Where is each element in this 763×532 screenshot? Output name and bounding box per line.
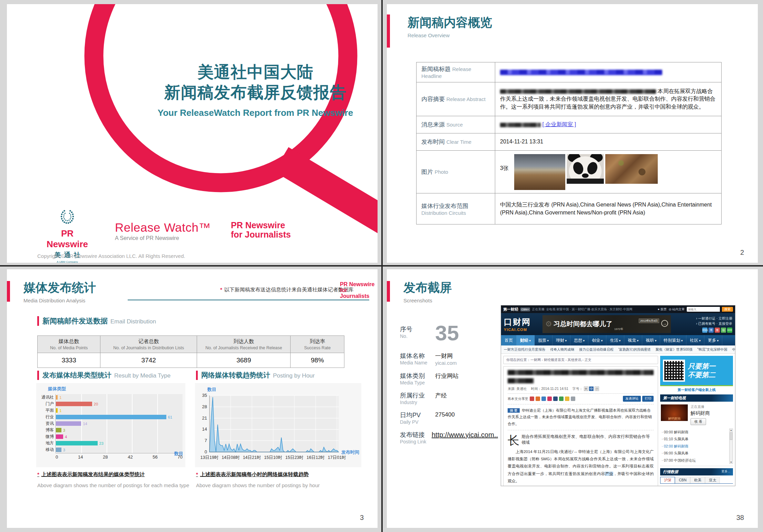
share-icon-renren[interactable] <box>530 397 534 401</box>
subnav-link[interactable]: '富跑跑'们的洗钱密道 <box>618 347 651 352</box>
share-icon-taojianghu[interactable] <box>547 397 552 401</box>
banner-ad[interactable]: ⚙ 习总时间都去哪儿了 1972年 2013年6月8日 → <box>542 315 671 333</box>
rss-icon[interactable]: RSS <box>702 328 707 333</box>
nav-stocks[interactable]: 股票 <box>535 335 552 345</box>
prnj-logo-line2: for Journalists <box>231 230 291 239</box>
scroll-up-arrow[interactable]: ▲ <box>730 429 733 431</box>
table-row: 内容摘要 Release Abstract 本周在拓展双方战略合作关系上达成一致… <box>417 82 722 116</box>
clear-time-value: 2014-11-21 13:31 <box>495 133 722 151</box>
watch-button[interactable]: 收 看 <box>691 418 706 425</box>
subnav-link[interactable]: 聚焦《财富》世界500强 <box>656 347 693 352</box>
subnav-link[interactable]: 接力公益活动劲爆启程 <box>579 347 614 352</box>
site-brand[interactable]: 第一财经 <box>503 307 518 312</box>
share-icon-weibo[interactable] <box>536 397 540 401</box>
prnewswire-logo-text: PR Newswire <box>40 228 95 250</box>
print-button[interactable]: 打印 <box>642 396 654 402</box>
more-link[interactable]: 更多... <box>721 469 730 474</box>
tv-schedule: · 00:00 解码财商 · 01:10 头脑风暴 · 02:00 解码财商 ·… <box>660 428 733 466</box>
nav-money[interactable]: 理财 <box>552 335 570 345</box>
tab-hushen[interactable]: 沪深 <box>660 477 675 483</box>
search-scope-stock[interactable]: ● 股票 <box>658 307 667 312</box>
nav-visual[interactable]: 视觉 <box>624 335 642 345</box>
weibo-icon[interactable]: 微 <box>715 328 720 333</box>
subnav-link[interactable]: 一财方正信托行业月度报告 <box>504 347 545 352</box>
font-size-medium[interactable]: 中 <box>589 387 594 391</box>
report-title: 美通社中国大陆 新闻稿发布截屏反馈报告 <box>141 62 369 103</box>
table-row: 媒体行业发布范围 Distribution Circuits 中国大陆三行业发布… <box>417 193 722 224</box>
nav-startup[interactable]: 创业 <box>588 335 606 345</box>
nav-video[interactable]: 视听 <box>642 335 660 345</box>
schedule-item[interactable]: · 00:00 解码财商 <box>662 429 727 435</box>
search-input[interactable] <box>687 307 720 312</box>
font-size-small[interactable]: 小 <box>595 387 599 391</box>
nav-ideas[interactable]: 思想 <box>570 335 588 345</box>
newsroom-link[interactable]: [ 企业新闻室 ] <box>542 121 576 127</box>
table-row: 新闻稿标题 Release Headline <box>417 62 722 82</box>
page2-subtitle: Release Overview <box>408 32 492 38</box>
schedule-item[interactable]: · 07:00 中国经济论坛 <box>662 457 727 464</box>
share-icon-douban[interactable] <box>559 397 564 401</box>
nav-community[interactable]: 社区 <box>686 335 704 345</box>
schedule-item[interactable]: · 01:10 头脑风暴 <box>662 435 727 442</box>
nav-special[interactable]: 特别策划 <box>660 335 686 345</box>
prnj-logo-line1: PR Newswire <box>231 221 291 230</box>
edm-icon[interactable]: EDM <box>727 328 732 333</box>
font-size-large[interactable]: 大 <box>584 387 588 391</box>
login-link[interactable]: › 已拥有账号 · 直接登录 <box>674 321 732 326</box>
row-label-cn: 发布时间 <box>421 139 445 145</box>
app-promo-caption[interactable]: 第一财经客户端全新上线 <box>660 386 733 394</box>
svg-text:15日10时: 15日10时 <box>264 455 282 460</box>
bar-category-label: 移动 <box>39 446 54 453</box>
schedule-item[interactable]: · 06:00 头脑风暴 <box>662 450 727 456</box>
nav-life[interactable]: 生活 <box>606 335 624 345</box>
subnav-link[interactable]: 中国经济十大关键词 <box>732 347 735 352</box>
prnewswire-emblem-icon <box>59 208 76 226</box>
subnav-link[interactable]: 传奇人物芮成钢 <box>550 347 574 352</box>
nav-more[interactable]: 更多 <box>704 335 722 345</box>
blog-icon[interactable]: 博 <box>708 328 714 333</box>
nav-finance[interactable]: 财经 <box>517 335 535 345</box>
tab-oumei[interactable]: 欧美 <box>690 477 705 483</box>
media-name-value: 一财网 yicai.com <box>435 352 457 366</box>
comment-button[interactable]: 发表评论 <box>623 396 641 402</box>
schedule-item-active[interactable]: · 02:00 解码财商 <box>662 443 727 450</box>
search-scope-site[interactable]: ◎ 站内文章 <box>669 307 685 312</box>
site-header: 口财网 YICAI.COM ⚙ 习总时间都去哪儿了 1972年 2013年6月8… <box>501 313 735 335</box>
header-accent-bar <box>387 14 390 48</box>
posting-link[interactable]: http://www.yicai.com.. <box>432 431 498 444</box>
subnav-link[interactable]: "韩流"文化深耕中国 <box>697 347 727 352</box>
share-icon-favorite[interactable] <box>565 397 569 401</box>
page-number: 38 <box>736 514 744 522</box>
app-promo-ad[interactable]: 只要第一 不要第二 <box>660 356 733 386</box>
redacted-headline-link[interactable] <box>500 70 662 75</box>
row-label-en: Distribution Circuits <box>421 210 490 216</box>
wechat-icon[interactable]: 信 <box>721 328 726 333</box>
report-subtitle: Your ReleaseWatch Report from PR Newswir… <box>141 108 369 118</box>
cbn-badge: CBN+ <box>520 308 530 311</box>
search-button[interactable]: 搜索 <box>722 307 733 312</box>
tab-cbn[interactable]: CBN <box>675 477 690 483</box>
chart2-header: 网络媒体转载趋势统计 Posting by Hour <box>196 371 315 380</box>
video-thumbnail[interactable]: 解码财商 <box>661 404 688 421</box>
scrollbar[interactable]: ▲ ▼ <box>729 429 733 464</box>
posting-area-svg: 0 7 14 21 28 3513日19时14日08时14日21时15日10时1… <box>198 393 359 462</box>
area-chart-x-axis-title: 发布时间 <box>341 449 359 455</box>
tab-yatai[interactable]: 亚太 <box>705 477 720 483</box>
yicai-logo[interactable]: 口财网 YICAI.COM <box>504 317 540 332</box>
footnote-media-type: *上述图表表示新闻稿发布结果的媒体类型统计 Above diagram show… <box>37 471 189 488</box>
share-icon-qzone[interactable] <box>541 397 546 401</box>
share-icon-kaixin[interactable] <box>553 397 558 401</box>
row-label-en: Source <box>446 122 463 128</box>
share-icon-more[interactable] <box>571 397 575 401</box>
page4-title: 发布截屏 <box>403 280 452 296</box>
header-accent-bar <box>387 281 390 302</box>
success-rate-value: 98% <box>291 353 344 368</box>
scrollbar-thumb[interactable] <box>730 432 732 440</box>
area-chart-y-axis-title: 数目 <box>207 387 216 393</box>
nav-home[interactable]: 首页 <box>501 335 517 345</box>
scroll-down-arrow[interactable]: ▼ <box>730 461 733 463</box>
register-link[interactable]: › 一财通行证 · 立即注册 <box>674 316 732 321</box>
section-accent-bar <box>37 371 39 380</box>
index-name[interactable]: 上证指数 000001 <box>669 485 732 486</box>
share-row: 将本文分享至 发表评论 打印 <box>508 393 654 402</box>
